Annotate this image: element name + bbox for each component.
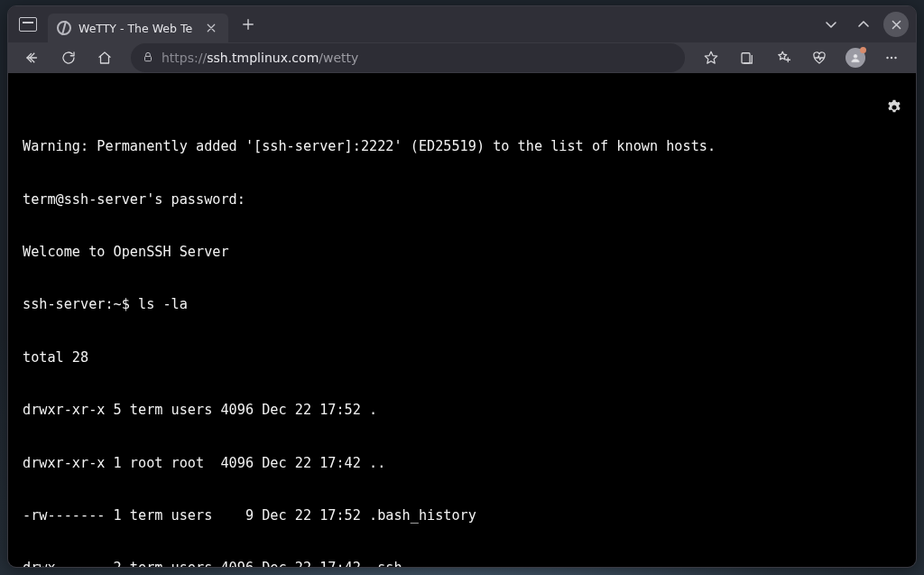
terminal-scrollbar[interactable] [903, 73, 916, 568]
url-host: ssh.tmplinux.com [207, 51, 319, 65]
browser-window: WeTTY - The Web Te [7, 5, 917, 568]
window-minimize-button[interactable] [818, 12, 844, 37]
term-line: Welcome to OpenSSH Server [23, 244, 916, 261]
tab-title: WeTTY - The Web Te [79, 22, 196, 35]
url-scheme: https:// [162, 51, 207, 65]
collections-button[interactable] [732, 42, 762, 73]
svg-rect-0 [145, 56, 152, 60]
window-maximize-button[interactable] [851, 12, 876, 37]
profile-button[interactable] [840, 42, 871, 73]
term-line: drwxr-xr-x 5 term users 4096 Dec 22 17:5… [23, 402, 916, 419]
tab-close-button[interactable] [203, 20, 219, 36]
term-line: Warning: Permanently added '[ssh-server]… [23, 138, 916, 155]
avatar-icon [845, 48, 865, 68]
term-line: ssh-server:~$ ls -la [23, 296, 916, 313]
svg-rect-1 [742, 53, 750, 63]
term-line: -rw------- 1 term users 9 Dec 22 17:52 .… [23, 507, 916, 524]
favorite-button[interactable] [696, 42, 726, 73]
terminal-viewport[interactable]: Warning: Permanently added '[ssh-server]… [8, 73, 916, 568]
term-line: total 28 [23, 349, 916, 366]
new-tab-button[interactable] [236, 12, 261, 37]
lock-icon [142, 51, 154, 66]
url-text: https://ssh.tmplinux.com/wetty [162, 51, 358, 65]
tab-actions-button[interactable] [15, 9, 41, 40]
titlebar: WeTTY - The Web Te [8, 6, 916, 42]
address-bar[interactable]: https://ssh.tmplinux.com/wetty [131, 43, 685, 72]
svg-point-5 [894, 57, 896, 59]
favorites-bar-button[interactable] [768, 42, 799, 73]
nav-refresh-button[interactable] [53, 42, 84, 73]
more-menu-button[interactable] [876, 42, 907, 73]
svg-point-3 [886, 57, 888, 59]
term-line: drwxr-xr-x 1 root root 4096 Dec 22 17:42… [23, 455, 916, 472]
nav-back-button[interactable] [17, 42, 48, 73]
toolbar: https://ssh.tmplinux.com/wetty [8, 42, 916, 73]
term-line: drwx------ 2 term users 4096 Dec 22 17:4… [23, 560, 916, 568]
svg-point-2 [854, 54, 857, 58]
health-button[interactable] [804, 42, 835, 73]
nav-home-button[interactable] [89, 42, 120, 73]
site-favicon [57, 21, 71, 35]
wetty-settings-button[interactable] [839, 82, 903, 137]
sidebar-icon [19, 17, 37, 32]
svg-point-4 [891, 57, 892, 59]
term-line: term@ssh-server's password: [23, 191, 916, 209]
window-close-button[interactable] [883, 12, 909, 37]
url-path: /wetty [319, 51, 358, 65]
browser-tab[interactable]: WeTTY - The Web Te [48, 14, 228, 42]
